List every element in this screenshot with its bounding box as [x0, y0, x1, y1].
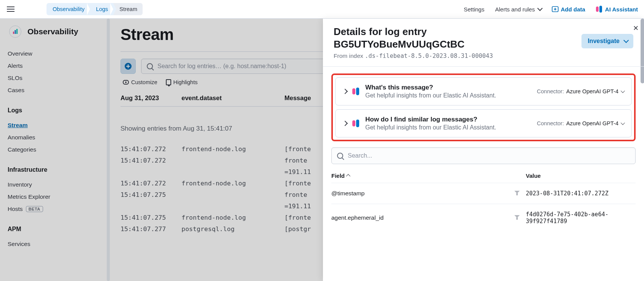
connector-select[interactable]: Connector: Azure OpenAI GPT-4 — [537, 88, 624, 94]
flyout-subtitle: From index .ds-filebeat-8.5.0-2023.08.31… — [334, 53, 493, 59]
add-data-link[interactable]: Add data — [552, 6, 585, 13]
highlight-icon — [166, 79, 171, 85]
filter-icon[interactable] — [514, 215, 520, 220]
ai-card-subtitle: Get helpful insights from our Elastic AI… — [365, 124, 532, 131]
log-dataset: frontend-node.log — [181, 144, 284, 155]
investigate-button[interactable]: Investigate — [581, 34, 633, 48]
col-time[interactable]: Aug 31, 2023 — [120, 94, 181, 102]
sort-asc-icon — [346, 174, 350, 178]
investigate-label: Investigate — [588, 38, 620, 45]
chevron-down-icon — [623, 38, 629, 43]
sidebar-item-overview[interactable]: Overview — [8, 48, 102, 60]
flyout-title: Details for log entry BG5UTYoBueMvUUqGCt… — [334, 26, 493, 50]
log-time — [120, 167, 181, 177]
field-name: agent.ephemeral_id — [331, 214, 526, 221]
field-search-box[interactable] — [331, 147, 636, 164]
breadcrumb-stream: Stream — [113, 3, 143, 15]
ai-assistant-link[interactable]: AI Assistant — [596, 6, 638, 13]
field-head-label: Field — [331, 172, 345, 179]
field-column-header[interactable]: Field — [331, 172, 526, 179]
flyout-title-id: BG5UTYoBueMvUUqGCtBC — [334, 38, 464, 50]
sidebar-title-row: Observability — [8, 26, 102, 38]
sidebar-item-hosts-label: Hosts — [8, 206, 23, 212]
sidebar-item-services[interactable]: Services — [8, 238, 102, 250]
sidebar-item-hosts[interactable]: Hosts BETA — [8, 203, 102, 215]
settings-link[interactable]: Settings — [464, 6, 484, 13]
flyout-index: .ds-filebeat-8.5.0-2023.08.31-000043 — [365, 53, 493, 59]
hamburger-menu-icon[interactable] — [6, 5, 15, 14]
log-dataset — [181, 190, 284, 200]
highlights-button[interactable]: Highlights — [166, 79, 198, 85]
svg-rect-4 — [15, 30, 16, 34]
ai-card-question: What's this message? — [365, 84, 532, 91]
ai-assistant-icon — [352, 88, 360, 95]
filter-icon[interactable] — [514, 191, 520, 196]
col-dataset[interactable]: event.dataset — [181, 94, 284, 102]
log-time: 15:41:07.275 — [120, 190, 181, 200]
breadcrumb-observability[interactable]: Observability — [47, 3, 90, 15]
sidebar-item-anomalies[interactable]: Anomalies — [8, 131, 102, 144]
sidebar-item-categories[interactable]: Categories — [8, 144, 102, 156]
beta-badge: BETA — [26, 206, 43, 212]
ai-assistant-icon — [596, 6, 603, 13]
log-time: 15:41:07.272 — [120, 155, 181, 166]
sidebar-title: Observability — [27, 27, 78, 36]
highlights-label: Highlights — [173, 79, 198, 85]
connector-select[interactable]: Connector: Azure OpenAI GPT-4 — [537, 120, 624, 126]
sidebar-item-metrics-explorer[interactable]: Metrics Explorer — [8, 191, 102, 203]
chevron-right-icon — [342, 121, 348, 126]
log-dataset: frontend-node.log — [181, 212, 284, 223]
search-icon — [147, 63, 153, 69]
log-time — [120, 201, 181, 212]
header-right: Settings Alerts and rules Add data AI As… — [464, 6, 638, 13]
col-message[interactable]: Message — [284, 94, 311, 102]
add-filter-button[interactable] — [120, 59, 136, 74]
add-data-label: Add data — [561, 6, 585, 13]
sidebar-item-alerts[interactable]: Alerts — [8, 60, 102, 72]
add-data-icon — [552, 6, 559, 13]
chevron-down-icon — [621, 89, 625, 93]
ai-card-whats-this[interactable]: What's this message? Get helpful insight… — [335, 77, 632, 105]
sidebar: Observability Overview Alerts SLOs Cases… — [0, 19, 110, 281]
log-time: 15:41:07.275 — [120, 212, 181, 223]
log-dataset — [181, 201, 284, 212]
sidebar-head-logs: Logs — [8, 107, 102, 114]
log-dataset — [181, 155, 284, 166]
sidebar-item-slos[interactable]: SLOs — [8, 72, 102, 84]
sidebar-item-cases[interactable]: Cases — [8, 84, 102, 96]
log-time: 15:41:07.272 — [120, 178, 181, 189]
log-dataset: postgresql.log — [181, 224, 284, 235]
chevron-right-icon — [342, 89, 348, 94]
customize-button[interactable]: Customize — [123, 79, 157, 85]
ai-card-subtitle: Get helpful insights from our Elastic AI… — [365, 92, 532, 99]
log-dataset: frontend-node.log — [181, 178, 284, 189]
search-icon — [337, 153, 343, 159]
field-value: f4d0276d-7e75-402b-ae64-39f927f41789 — [526, 211, 636, 225]
sidebar-head-infra: Infrastructure — [8, 166, 102, 173]
chevron-down-icon — [537, 6, 543, 11]
eye-icon — [123, 80, 129, 85]
field-row[interactable]: @timestamp2023-08-31T20:41:07.272Z — [331, 183, 636, 204]
field-table: Field Value @timestamp2023-08-31T20:41:0… — [331, 172, 636, 232]
breadcrumb-logs[interactable]: Logs — [90, 3, 113, 15]
field-search-input[interactable] — [348, 152, 630, 159]
ai-card-question: How do I find similar log messages? — [365, 116, 532, 123]
sidebar-item-inventory[interactable]: Inventory — [8, 179, 102, 191]
connector-value: Azure OpenAI GPT-4 — [566, 120, 618, 126]
field-name: @timestamp — [331, 190, 526, 197]
field-value: 2023-08-31T20:41:07.272Z — [526, 190, 636, 197]
log-time: 15:41:07.272 — [120, 144, 181, 155]
connector-label: Connector: — [537, 120, 564, 126]
alerts-rules-dropdown[interactable]: Alerts and rules — [495, 6, 541, 13]
flyout-title-prefix: Details for log entry — [334, 26, 427, 37]
field-row[interactable]: agent.ephemeral_idf4d0276d-7e75-402b-ae6… — [331, 204, 636, 232]
value-column-header[interactable]: Value — [526, 172, 636, 179]
header-left: Observability Logs Stream — [6, 3, 143, 15]
observability-logo-icon — [9, 26, 21, 38]
sidebar-item-stream[interactable]: Stream — [8, 119, 102, 131]
chevron-down-icon — [621, 121, 625, 125]
customize-label: Customize — [131, 79, 157, 85]
close-flyout-button[interactable]: ✕ — [633, 24, 639, 32]
ai-card-similar[interactable]: How do I find similar log messages? Get … — [335, 109, 632, 137]
sidebar-head-apm: APM — [8, 226, 102, 233]
